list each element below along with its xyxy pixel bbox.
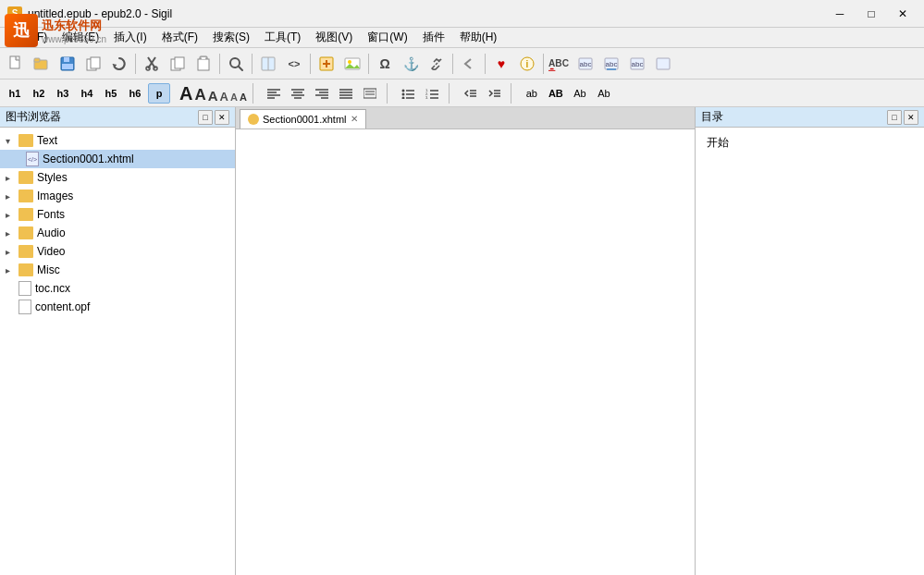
section0001-item[interactable]: </> Section0001.xhtml	[0, 150, 235, 168]
misc-folder[interactable]: ▸ Misc	[0, 261, 235, 279]
indent-button[interactable]	[483, 83, 505, 104]
svg-text:3.: 3.	[425, 95, 428, 99]
sep4	[310, 54, 311, 74]
fonts-label: Fonts	[37, 208, 65, 221]
video-folder[interactable]: ▸ Video	[0, 242, 235, 261]
svg-text:abc: abc	[632, 60, 644, 68]
validate-button[interactable]: i	[515, 52, 539, 76]
spellcheck-button[interactable]: ABC	[548, 52, 572, 76]
menu-plugins[interactable]: 插件	[415, 28, 452, 47]
menu-view[interactable]: 视图(V)	[308, 28, 360, 47]
font-larger1[interactable]: A	[179, 84, 192, 103]
font-larger3[interactable]: A	[208, 89, 218, 103]
tab-close-button[interactable]: ✕	[351, 115, 358, 124]
h3-button[interactable]: h3	[52, 83, 74, 104]
text-folder-label: Text	[37, 134, 57, 147]
menu-edit[interactable]: 编辑(E)	[55, 28, 106, 47]
font-larger5[interactable]: A	[230, 92, 238, 103]
new-button[interactable]	[4, 52, 28, 76]
paste-button[interactable]	[191, 52, 216, 76]
h1-button[interactable]: h1	[4, 83, 26, 104]
unordered-list-button[interactable]	[397, 83, 419, 104]
spell3-button[interactable]: abc	[599, 52, 623, 76]
sep5	[368, 54, 369, 74]
tab-file-icon	[248, 114, 259, 125]
menu-format[interactable]: 格式(F)	[154, 28, 205, 47]
toc-ncx-item[interactable]: toc.ncx	[0, 279, 235, 298]
book-view-button[interactable]	[256, 52, 280, 76]
tree-text-folder[interactable]: ▾ Text	[0, 131, 235, 150]
audio-folder[interactable]: ▸ Audio	[0, 224, 235, 242]
editor-content-area[interactable]	[236, 129, 695, 575]
menu-tools[interactable]: 工具(T)	[257, 28, 308, 47]
ordered-list-button[interactable]: 1.2.3.	[421, 83, 443, 104]
h6-button[interactable]: h6	[124, 83, 146, 104]
book-browser-detach[interactable]: □	[198, 110, 213, 125]
style-ab-button[interactable]: ab	[521, 83, 543, 104]
toc-detach-button[interactable]: □	[887, 110, 902, 125]
toc-start-item[interactable]: 开始	[703, 133, 917, 152]
menu-help[interactable]: 帮助(H)	[452, 28, 505, 47]
toc-close-button[interactable]: ✕	[904, 110, 918, 125]
link-button[interactable]	[425, 52, 449, 76]
style-Ab1-button[interactable]: Ab	[569, 83, 591, 104]
h5-button[interactable]: h5	[100, 83, 122, 104]
add-existing-button[interactable]	[314, 52, 339, 76]
save-button[interactable]	[55, 52, 80, 76]
align-left-button[interactable]	[263, 83, 285, 104]
h2-button[interactable]: h2	[28, 83, 50, 104]
menu-search[interactable]: 搜索(S)	[205, 28, 257, 47]
images-folder[interactable]: ▸ Images	[0, 187, 235, 205]
list-group: 1.2.3.	[397, 83, 443, 104]
fonts-arrow: ▸	[6, 210, 18, 220]
misc-label: Misc	[37, 263, 60, 276]
content-opf-icon	[18, 300, 31, 314]
outdent-button[interactable]	[459, 83, 481, 104]
code-view-button[interactable]: <>	[282, 52, 306, 76]
spell2-button[interactable]: abc	[573, 52, 598, 76]
align-justify-button[interactable]	[335, 83, 357, 104]
menu-insert[interactable]: 插入(I)	[106, 28, 154, 47]
fonts-folder[interactable]: ▸ Fonts	[0, 205, 235, 224]
tab-section0001[interactable]: Section0001.xhtml ✕	[240, 109, 366, 128]
menu-file[interactable]: 文件(F)	[4, 28, 55, 47]
font-larger2[interactable]: A	[194, 87, 205, 103]
svg-text:abc: abc	[580, 60, 592, 68]
svg-rect-4	[64, 57, 69, 62]
images-label: Images	[37, 190, 73, 202]
heart-button[interactable]: ♥	[489, 52, 513, 76]
style-Ab2-button[interactable]: Ab	[593, 83, 615, 104]
minimize-button[interactable]: ─	[826, 5, 854, 23]
menu-window[interactable]: 窗口(W)	[360, 28, 414, 47]
spell4-button[interactable]: abc	[625, 52, 649, 76]
toc-controls: □ ✕	[887, 110, 918, 125]
find-button[interactable]	[224, 52, 248, 76]
reload-button[interactable]	[107, 52, 131, 76]
toc-ncx-label: toc.ncx	[35, 282, 70, 295]
back-button[interactable]	[457, 52, 481, 76]
close-button[interactable]: ✕	[889, 5, 917, 23]
align-block-button[interactable]	[359, 83, 381, 104]
image-insert-button[interactable]	[340, 52, 364, 76]
maximize-button[interactable]: □	[857, 5, 885, 23]
styles-folder[interactable]: ▸ Styles	[0, 168, 235, 187]
font-larger4[interactable]: A	[220, 91, 228, 103]
cut-button[interactable]	[140, 52, 164, 76]
svg-point-58	[401, 96, 404, 99]
p-button[interactable]: p	[148, 83, 170, 104]
close-all-button[interactable]	[81, 52, 105, 76]
align-center-button[interactable]	[287, 83, 309, 104]
font-superscript[interactable]: A	[240, 92, 247, 103]
align-right-button[interactable]	[311, 83, 333, 104]
video-icon	[18, 245, 33, 258]
spell5-button[interactable]	[651, 52, 675, 76]
sep8	[543, 54, 544, 74]
anchor-button[interactable]: ⚓	[399, 52, 423, 76]
style-AB-button[interactable]: AB	[545, 83, 567, 104]
copy-button[interactable]	[166, 52, 190, 76]
content-opf-item[interactable]: content.opf	[0, 298, 235, 316]
special-char-button[interactable]: Ω	[373, 52, 397, 76]
book-browser-close[interactable]: ✕	[215, 110, 229, 125]
h4-button[interactable]: h4	[76, 83, 98, 104]
open-button[interactable]	[30, 52, 54, 76]
